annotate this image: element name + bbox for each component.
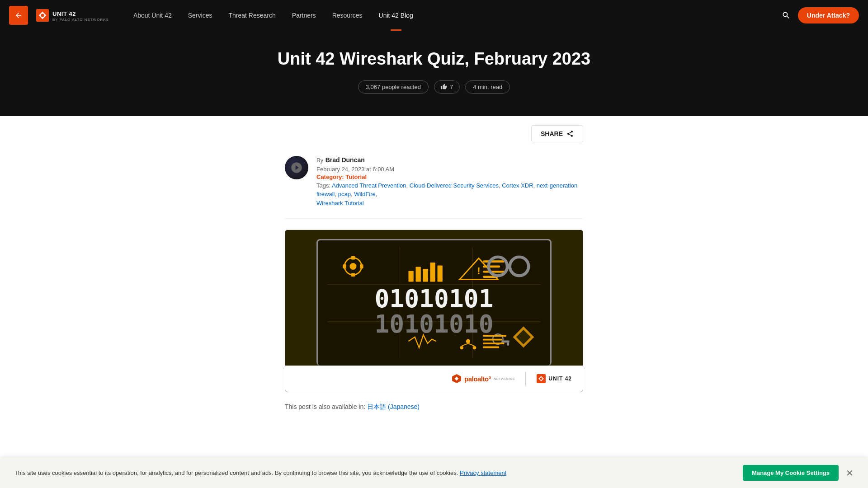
svg-point-1 (41, 14, 44, 17)
likes-badge[interactable]: 7 (434, 80, 460, 94)
svg-rect-14 (415, 267, 420, 282)
svg-rect-11 (343, 264, 346, 268)
svg-rect-38 (483, 343, 504, 344)
svg-rect-13 (408, 271, 413, 282)
header-actions: Under Attack? (782, 7, 859, 23)
tag-atp[interactable]: Advanced Threat Prevention (332, 182, 406, 189)
unit42-icon-footer (537, 374, 546, 383)
unit42-text-footer: UNIT 42 (548, 375, 572, 382)
nav-services[interactable]: Services (180, 0, 221, 31)
share-section: SHARE (285, 116, 583, 147)
read-time-badge: 4 min. read (465, 80, 510, 94)
tag-wireshark[interactable]: Wireshark Tutorial (316, 200, 364, 206)
tag-pcap[interactable]: pcap (338, 191, 351, 197)
svg-rect-34 (502, 341, 509, 343)
tag-wildfire[interactable]: WildFire (354, 191, 376, 197)
thumbs-up-icon (441, 84, 447, 90)
logos-divider (525, 372, 526, 385)
article-title: Unit 42 Wireshark Quiz, February 2023 (253, 49, 615, 70)
nav-partners[interactable]: Partners (284, 0, 324, 31)
main-content: SHARE By Brad Duncan February 24, 2023 a… (276, 116, 592, 412)
author-category: Category: Tutorial (316, 174, 583, 180)
tags-label: Tags: (316, 182, 330, 189)
author-section: By Brad Duncan February 24, 2023 at 6:00… (285, 147, 583, 219)
svg-point-30 (473, 346, 476, 350)
unit42-logo-footer: UNIT 42 (537, 374, 572, 383)
avatar-icon (290, 161, 303, 174)
paloalto-icon (452, 374, 462, 384)
logo-sub-text: BY PALO ALTO NETWORKS (52, 18, 109, 22)
tag-cdss[interactable]: Cloud-Delivered Security Services (410, 182, 499, 189)
svg-rect-36 (483, 335, 506, 337)
back-button[interactable] (9, 6, 28, 25)
translation-note: This post is also available in: 日本語 (Jap… (285, 403, 583, 411)
nav-unit42-blog[interactable]: Unit 42 Blog (371, 0, 421, 31)
svg-point-44 (540, 378, 542, 380)
nav-threat-research[interactable]: Threat Research (220, 0, 283, 31)
svg-rect-17 (438, 266, 443, 282)
author-info: By Brad Duncan February 24, 2023 at 6:00… (316, 156, 583, 208)
cyber-illustration: ! 01010101 10101010 (285, 230, 583, 366)
tag-cortex[interactable]: Cortex XDR (502, 182, 533, 189)
logo-unit42-text: UNIT 42 (52, 10, 76, 17)
translation-link[interactable]: 日本語 (Japanese) (367, 403, 420, 410)
svg-text:01010101: 01010101 (374, 284, 493, 313)
svg-rect-35 (507, 343, 509, 346)
svg-point-28 (466, 339, 470, 343)
svg-rect-15 (423, 269, 428, 282)
svg-rect-22 (483, 271, 506, 273)
author-avatar (285, 156, 308, 179)
paloalto-logo: paloalto° NETWORKS (452, 374, 514, 384)
article-meta: 3,067 people reacted 7 4 min. read (0, 80, 868, 94)
author-by-label: By (316, 157, 323, 164)
nav-about-unit42[interactable]: About Unit 42 (125, 0, 180, 31)
svg-point-8 (349, 263, 356, 270)
hero-section: Unit 42 Wireshark Quiz, February 2023 3,… (0, 31, 868, 116)
nav-resources[interactable]: Resources (324, 0, 371, 31)
under-attack-button[interactable]: Under Attack? (798, 7, 859, 23)
search-button[interactable] (782, 11, 791, 20)
svg-text:10101010: 10101010 (374, 310, 493, 339)
svg-rect-20 (483, 260, 504, 263)
svg-rect-12 (360, 264, 363, 268)
share-icon (566, 130, 574, 137)
share-button[interactable]: SHARE (531, 125, 583, 142)
svg-point-29 (460, 346, 463, 350)
author-tags: Tags: Advanced Threat Prevention, Cloud-… (316, 181, 583, 208)
paloalto-name: paloalto° (464, 375, 491, 383)
site-header: UNIT 42 BY PALO ALTO NETWORKS About Unit… (0, 0, 868, 31)
svg-rect-21 (483, 266, 500, 268)
article-image-container: ! 01010101 10101010 (285, 230, 583, 392)
category-value: Tutorial (345, 174, 367, 180)
main-nav: About Unit 42 Services Threat Research P… (125, 0, 782, 31)
category-label: Category: (316, 174, 344, 180)
svg-rect-16 (430, 263, 435, 282)
site-logo[interactable]: UNIT 42 BY PALO ALTO NETWORKS (36, 9, 109, 22)
svg-rect-9 (351, 256, 355, 260)
svg-rect-10 (351, 273, 355, 277)
paloalto-networks: NETWORKS (494, 377, 514, 381)
cyber-screen: ! 01010101 10101010 (316, 239, 552, 366)
reactions-badge: 3,067 people reacted (358, 80, 429, 94)
translation-prefix: This post is also available in: (285, 403, 365, 410)
svg-rect-37 (483, 339, 502, 341)
svg-rect-39 (483, 347, 499, 348)
share-label: SHARE (541, 130, 563, 137)
author-by-line: By Brad Duncan (316, 156, 583, 164)
svg-text:!: ! (477, 265, 481, 277)
logos-bar: paloalto° NETWORKS UNIT 42 (285, 366, 583, 392)
author-name: Brad Duncan (326, 156, 365, 164)
likes-count: 7 (450, 84, 453, 90)
author-date: February 24, 2023 at 6:00 AM (316, 166, 583, 173)
